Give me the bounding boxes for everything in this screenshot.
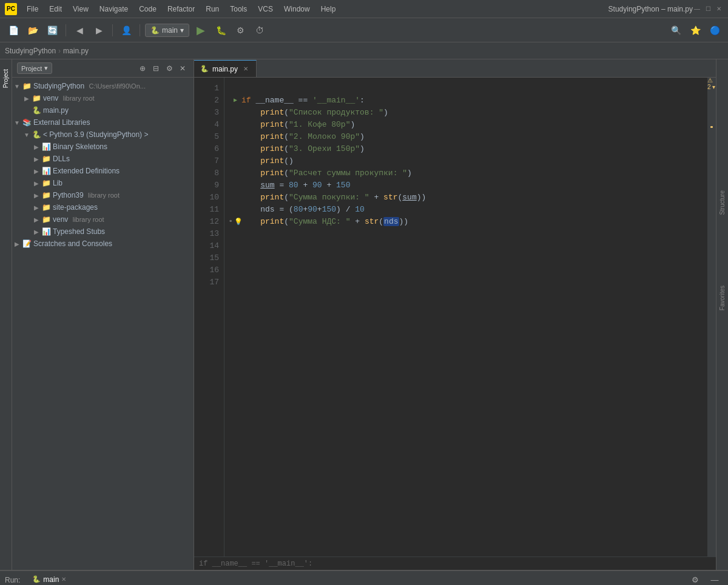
profile-button[interactable]: ⏱ [251, 22, 268, 39]
tree-arrow-studying-python: ▼ [12, 81, 22, 91]
maximize-button[interactable]: ☐ [704, 5, 712, 13]
toolbar-right: 🔍 ⭐ 🔵 [667, 22, 723, 39]
tree-item-studying-python[interactable]: ▼ 📁 StudyingPython C:\Users\fif90\On... [12, 80, 194, 92]
menu-tools[interactable]: Tools [225, 2, 252, 16]
menu-vcs[interactable]: VCS [253, 2, 278, 16]
gutter-2: ▶ [229, 95, 241, 107]
tab-close-main-py[interactable]: ✕ [241, 65, 250, 73]
minimize-button[interactable]: — [693, 5, 701, 13]
lib-chart-icon-typeshed: 📊 [41, 227, 51, 236]
line-num-9: 9 [194, 179, 219, 192]
open-button[interactable]: 📂 [24, 22, 41, 39]
code-line-17 [229, 276, 703, 289]
search-everywhere-button[interactable]: 🔍 [667, 22, 684, 39]
code-text-12: print("Сумма НДС: " + str(nds)) [241, 216, 703, 228]
back-button[interactable]: ◀ [71, 22, 88, 39]
structure-side-tab[interactable]: Structure [718, 186, 727, 220]
tree-item-typeshed[interactable]: ▶ 📊 Typeshed Stubs [12, 226, 194, 238]
run-tab-icon: 🐍 [32, 575, 41, 583]
code-text-2: if __name__ == '__main__': [241, 95, 703, 107]
git-button[interactable]: 👤 [118, 22, 135, 39]
tree-item-python39[interactable]: ▼ 🐍 < Python 3.9 (StudyingPython) > [12, 129, 194, 141]
sync-button[interactable]: 🔄 [44, 22, 61, 39]
warning-badge: ⚠ 2 ▾ [707, 78, 716, 90]
tree-item-venv2[interactable]: ▶ 📁 venv library root [12, 213, 194, 226]
tab-main-py[interactable]: 🐍 main.py ✕ [194, 60, 257, 77]
tree-item-dlls[interactable]: ▶ 📁 DLLs [12, 153, 194, 165]
menu-run[interactable]: Run [201, 2, 224, 16]
line-numbers: 1 2 3 4 5 6 7 8 9 10 11 12 13 14 15 16 1… [194, 78, 224, 557]
line-num-10: 10 [194, 192, 219, 204]
notifications-button[interactable]: ⭐ [687, 22, 704, 39]
favorites-side-tab[interactable]: Favorites [718, 281, 727, 315]
lib-chart-icon-binary: 📊 [41, 142, 51, 152]
run-minimize-button[interactable]: — [706, 572, 723, 586]
run-tab-close-button[interactable]: ✕ [61, 576, 66, 583]
tree-arrow-site-packages: ▶ [32, 202, 41, 212]
code-line-7: print() [229, 155, 703, 167]
code-text-5: print("2. Молоко 90р") [241, 131, 703, 143]
locate-file-button[interactable]: ⊕ [136, 62, 149, 75]
editor-tabs: 🐍 main.py ✕ [194, 59, 716, 78]
menu-edit[interactable]: Edit [44, 2, 67, 16]
tree-label-scratches: Scratches and Consoles [33, 239, 112, 248]
project-dropdown[interactable]: Project ▾ [17, 62, 52, 74]
menu-view[interactable]: View [68, 2, 93, 16]
tree-item-venv[interactable]: ▶ 📁 venv library root [12, 92, 194, 104]
run-button[interactable]: ▶ [192, 21, 210, 39]
folder-icon-venv: 📁 [32, 93, 41, 103]
breadcrumb-project[interactable]: StudyingPython [5, 47, 56, 55]
tree-item-main-py[interactable]: ▶ 🐍 main.py [12, 104, 194, 116]
line-num-5: 5 [194, 131, 219, 143]
editor-scrollbar[interactable]: ⚠ 2 ▾ [707, 78, 716, 557]
line-num-1: 1 [194, 82, 219, 95]
gutter-12: ⚬ 💡 [229, 216, 241, 228]
main-layout: Project Project ▾ ⊕ ⊟ ⚙ ✕ ▼ 📁 StudyingPy… [0, 59, 728, 570]
tree-item-external-libs[interactable]: ▼ 📚 External Libraries [12, 116, 194, 129]
run-tab-main[interactable]: 🐍 main ✕ [27, 573, 71, 586]
code-line-3: print("Список продуктов: ") [229, 107, 703, 119]
tree-item-scratches[interactable]: ▶ 📝 Scratches and Consoles [12, 238, 194, 250]
menu-file[interactable]: File [22, 2, 43, 16]
toolbar-separator-2 [112, 24, 113, 36]
menu-help[interactable]: Help [316, 2, 341, 16]
tree-item-lib[interactable]: ▶ 📁 Lib [12, 177, 194, 189]
menu-code[interactable]: Code [134, 2, 161, 16]
code-line-9: sum = 80 + 90 + 150 [229, 179, 703, 192]
new-file-button[interactable]: 📄 [5, 22, 22, 39]
menu-refactor[interactable]: Refactor [163, 2, 200, 16]
tree-item-binary-skeletons[interactable]: ▶ 📊 Binary Skeletons [12, 141, 194, 153]
code-area[interactable]: ▶ if __name__ == '__main__': print("Спис… [224, 78, 707, 557]
window-controls: — ☐ ✕ [693, 5, 723, 13]
code-line-2: ▶ if __name__ == '__main__': [229, 95, 703, 107]
tree-item-site-packages[interactable]: ▶ 📁 site-packages [12, 201, 194, 213]
code-text-9: sum = 80 + 90 + 150 [241, 179, 703, 192]
python-icon: 🐍 [32, 130, 41, 139]
coverage-button[interactable]: ⚙ [232, 22, 249, 39]
sidebar-settings-button[interactable]: ⚙ [163, 62, 175, 75]
run-config-selector[interactable]: 🐍 main ▾ [145, 24, 189, 37]
breadcrumb-file[interactable]: main.py [63, 47, 89, 55]
debug-button[interactable]: 🐛 [212, 22, 229, 39]
folder-icon-site-packages: 📁 [41, 202, 51, 212]
sidebar-close-button[interactable]: ✕ [177, 62, 189, 75]
tree-item-extended-defs[interactable]: ▶ 📊 Extended Definitions [12, 165, 194, 177]
tree-arrow-python39-root: ▶ [32, 190, 41, 200]
menu-navigate[interactable]: Navigate [95, 2, 133, 16]
run-arrow-icon: ▶ [234, 95, 237, 107]
code-line-10: print("Сумма покупки: " + str(sum)) [229, 192, 703, 204]
close-button[interactable]: ✕ [715, 5, 723, 13]
tree-label-venv2: venv library root [53, 215, 104, 224]
forward-button[interactable]: ▶ [90, 22, 107, 39]
run-settings-button[interactable]: ⚙ [687, 572, 704, 586]
tree-arrow-venv: ▶ [22, 93, 32, 103]
menu-window[interactable]: Window [279, 2, 315, 16]
line-num-12: 12 [194, 216, 219, 228]
project-side-tab[interactable]: Project [1, 64, 10, 93]
settings-button[interactable]: 🔵 [706, 22, 723, 39]
tab-icon-main-py: 🐍 [200, 65, 209, 73]
code-text-10: print("Сумма покупки: " + str(sum)) [241, 192, 703, 204]
tree-item-python39-root[interactable]: ▶ 📁 Python39 library root [12, 189, 194, 201]
line-num-2: 2 [194, 95, 219, 107]
collapse-all-button[interactable]: ⊟ [150, 62, 162, 75]
